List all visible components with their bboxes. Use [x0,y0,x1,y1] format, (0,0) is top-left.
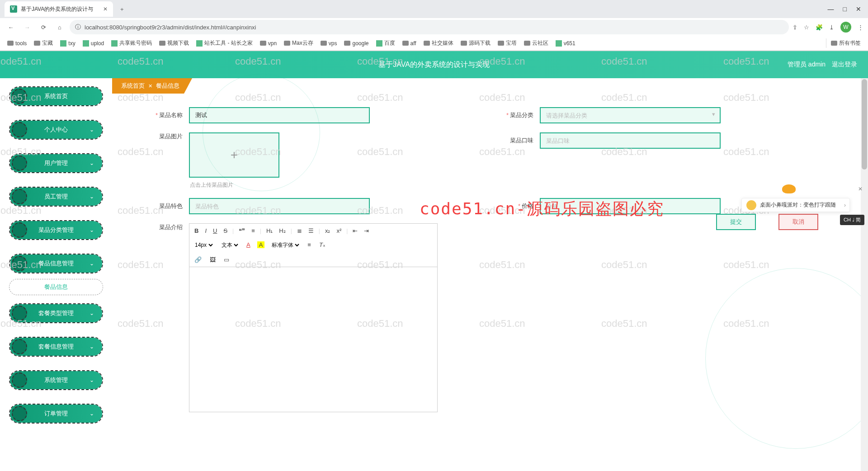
back-button[interactable]: ← [5,21,17,33]
cancel-button[interactable]: 取消 [778,214,818,230]
breadcrumb-home[interactable]: 系统首页 [121,82,145,90]
circle-icon [12,256,27,271]
sidebar-item[interactable]: 套餐类型管理⌄ [9,303,103,323]
notification-popup[interactable]: 桌面小鼻嘎派对：变色打字跟随 › [741,198,850,212]
bg-color-button[interactable]: A [257,241,265,248]
bookmark-item[interactable]: tools [5,39,29,47]
close-button[interactable]: ✕ [856,5,861,13]
submit-button[interactable]: 提交 [716,214,756,230]
sidebar-subitem[interactable]: 餐品信息 [9,279,103,295]
quote-button[interactable]: ❝❞ [237,226,246,235]
circle-icon [12,89,27,104]
paragraph-select[interactable]: 文本 [220,241,240,249]
close-icon[interactable]: ✕ [148,83,152,89]
sidebar-item[interactable]: 员工管理⌄ [9,187,103,207]
font-size-select[interactable]: 14px [193,241,214,249]
category-select[interactable] [540,107,721,123]
forward-button[interactable]: → [21,21,33,33]
download-icon[interactable]: ⤓ [829,24,834,31]
price-input[interactable] [540,198,721,214]
extension-icon[interactable]: 🧩 [816,24,823,31]
close-icon[interactable]: ✕ [103,6,108,12]
scrollbar[interactable] [861,78,868,471]
home-button[interactable]: ⌂ [53,21,66,33]
url-input[interactable]: ⓘ localhost:8080/springboot9r2r3/admin/d… [70,20,789,34]
bold-button[interactable]: B [193,226,200,235]
logout-link[interactable]: 退出登录 [832,61,857,69]
bookmark-item[interactable]: 视频下载 [156,38,192,48]
bookmark-item[interactable]: txy [57,39,78,47]
strike-button[interactable]: S [222,226,229,235]
indent-button[interactable]: ⇤ [351,226,359,235]
align-button[interactable]: ≡ [306,240,312,249]
all-bookmarks[interactable]: 所有书签 [826,38,863,48]
sidebar-item-label: 菜品分类管理 [38,226,74,234]
notification-text: 桌面小鼻嘎派对：变色打字跟随 [760,201,836,209]
ol-button[interactable]: ≣ [296,226,303,235]
flavor-input[interactable] [540,132,721,149]
scrollbar-thumb[interactable] [862,79,867,170]
bookmark-item[interactable]: aff [400,39,419,47]
sidebar-item[interactable]: 菜品分类管理⌄ [9,220,103,240]
new-tab-button[interactable]: + [117,4,127,14]
bookmark-item[interactable]: google [341,39,371,47]
font-family-select[interactable]: 标准字体 [270,241,301,249]
codeblock-button[interactable]: ≡ [250,226,256,235]
bookmark-item[interactable]: v651 [553,39,578,47]
sidebar-item[interactable]: 订单管理⌄ [9,404,103,424]
sidebar-item[interactable]: 个人中心⌄ [9,120,103,140]
maximize-button[interactable]: □ [843,5,847,13]
bookmark-item[interactable]: 百度 [373,38,398,48]
video-button[interactable]: ▭ [222,255,231,264]
site-icon [111,40,118,47]
underline-button[interactable]: U [212,226,218,235]
bookmark-item[interactable]: 宝塔 [495,38,519,48]
bookmark-item[interactable]: vps [318,39,340,47]
image-button[interactable]: 🖼 [208,255,217,264]
sub-button[interactable]: x₂ [324,226,332,235]
sidebar-item[interactable]: 餐品信息管理⌄ [9,254,103,273]
bookmark-item[interactable]: 共享账号密码 [108,38,155,48]
bookmark-item[interactable]: Max云存 [281,38,316,48]
bookmark-item[interactable]: 站长工具 - 站长之家 [193,38,255,48]
sidebar-item-label: 系统首页 [44,92,68,100]
editor-content[interactable] [189,267,437,412]
reload-button[interactable]: ⟳ [37,21,50,33]
italic-button[interactable]: I [203,226,208,235]
outdent-button[interactable]: ⇥ [363,226,370,235]
bookmark-item[interactable]: 宝藏 [31,38,56,48]
link-button[interactable]: 🔗 [193,255,203,264]
close-icon[interactable]: ✕ [858,186,863,192]
h2-button[interactable]: H₂ [278,226,287,235]
bookmark-item[interactable]: vpn [257,39,279,47]
sidebar-item[interactable]: 系统管理⌄ [9,370,103,390]
bookmark-item[interactable]: uplod [80,39,107,47]
share-icon[interactable]: ⇪ [793,24,797,31]
text-color-button[interactable]: A [245,240,252,249]
sidebar-item[interactable]: 系统首页 [9,86,103,106]
minimize-button[interactable]: — [828,5,834,13]
menu-icon[interactable]: ⋮ [858,24,863,31]
sidebar-item[interactable]: 用户管理⌄ [9,153,103,173]
star-icon[interactable]: ☆ [804,24,809,31]
avatar[interactable]: W [840,22,851,33]
current-user[interactable]: 管理员 admin [788,61,826,69]
name-input[interactable] [189,107,370,123]
feature-input[interactable] [189,198,370,214]
clear-format-button[interactable]: Tₓ [318,240,327,249]
bookmark-item[interactable]: 社交媒体 [421,38,456,48]
app: 基于JAVA的外卖系统的设计与实现 管理员 admin 退出登录 系统首页个人中… [0,51,868,471]
ul-button[interactable]: ☰ [307,226,315,235]
breadcrumb: 系统首页 ✕ 餐品信息 [112,78,192,94]
sidebar-item[interactable]: 套餐信息管理⌄ [9,337,103,357]
bookmark-item[interactable]: 源码下载 [458,38,493,48]
browser-tab[interactable]: 基于JAVA的外卖系统的设计与 ✕ [5,1,113,17]
ime-indicator[interactable]: CH ♩ 简 [840,215,864,225]
sup-button[interactable]: x² [335,226,343,235]
image-upload[interactable]: + [189,132,279,178]
sidebar-item-label: 套餐信息管理 [38,343,74,351]
folder-icon [402,41,409,46]
h1-button[interactable]: H₁ [265,226,274,235]
bookmark-item[interactable]: 云社区 [521,38,551,48]
folder-icon [260,41,266,46]
